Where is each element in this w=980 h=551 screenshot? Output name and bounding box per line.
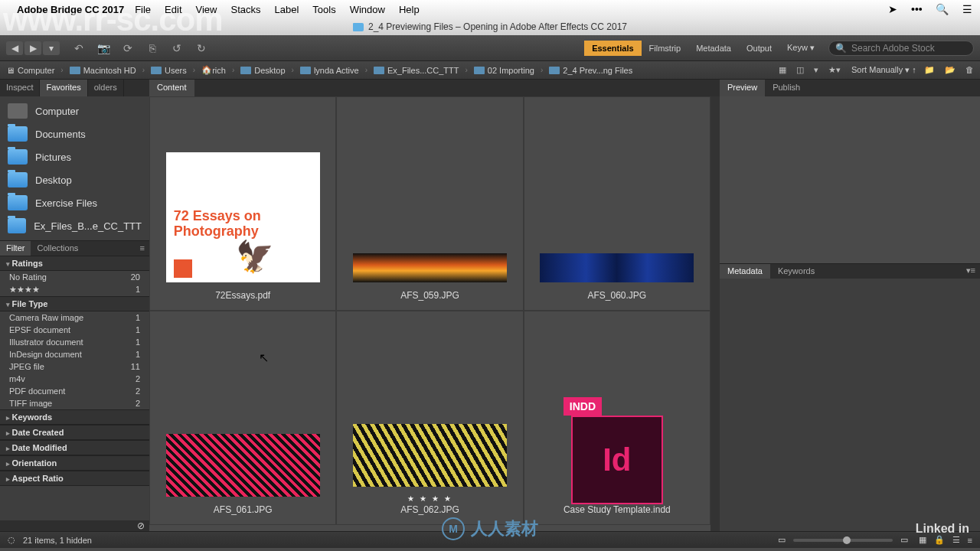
- workspace-essentials[interactable]: Essentials: [584, 41, 641, 56]
- fav-computer[interactable]: Computer: [0, 99, 149, 122]
- fav-exercise[interactable]: Exercise Files: [0, 191, 149, 214]
- view-details-icon[interactable]: ≡: [968, 536, 972, 545]
- filter-keywords[interactable]: Keywords: [0, 409, 149, 425]
- filter-orientation[interactable]: Orientation: [0, 455, 149, 471]
- boomerang-icon[interactable]: ↶: [69, 40, 89, 57]
- crumb-desktop[interactable]: Desktop: [240, 66, 285, 75]
- search-input[interactable]: 🔍 Search Adobe Stock: [828, 41, 974, 56]
- workspace-output[interactable]: Output: [739, 41, 779, 56]
- content-grid[interactable]: 72 Essays on Photography 🦅 72Essays.pdf …: [149, 96, 710, 531]
- workspace-keywords[interactable]: Keyw ▾: [779, 40, 822, 56]
- thumb-icon[interactable]: ◫: [796, 65, 804, 74]
- content-scrollbar[interactable]: [710, 96, 720, 531]
- toolbar: ◀ ▶ ▾ ↶ 📷 ⟳ ⎘ ↺ ↻ Essentials Filmstrip M…: [0, 35, 980, 61]
- filter-tiff[interactable]: TIFF image2: [0, 397, 149, 409]
- forward-button[interactable]: ▶: [24, 41, 41, 55]
- tab-filter[interactable]: Filter: [0, 241, 31, 256]
- filter-indd[interactable]: InDesign document1: [0, 348, 149, 360]
- trash-icon[interactable]: 🗑: [965, 65, 974, 74]
- menu-edit[interactable]: Edit: [165, 4, 181, 15]
- open-recent-icon[interactable]: 📂: [945, 65, 956, 74]
- fav-documents[interactable]: Documents: [0, 122, 149, 145]
- tab-collections[interactable]: Collections: [31, 241, 84, 256]
- crumb-importing[interactable]: 02 Importing: [474, 66, 534, 75]
- zoom-in-icon[interactable]: ▭: [900, 535, 908, 545]
- fav-desktop[interactable]: Desktop: [0, 168, 149, 191]
- view-list-icon[interactable]: ☰: [952, 535, 960, 545]
- list-icon[interactable]: ☰: [962, 3, 972, 15]
- filter-jpeg[interactable]: JPEG file11: [0, 360, 149, 373]
- crumb-previewing[interactable]: 2_4 Prev...ng Files: [549, 66, 632, 75]
- more-icon[interactable]: •••: [911, 3, 923, 15]
- filter-filetype-header[interactable]: File Type: [0, 296, 149, 311]
- sort-dropdown[interactable]: Sort Manually ▾ ↑: [851, 65, 916, 75]
- menu-label[interactable]: Label: [274, 4, 299, 15]
- file-item[interactable]: AFS_061.JPG: [149, 311, 336, 525]
- tab-inspect[interactable]: Inspect: [0, 80, 40, 96]
- new-folder-icon[interactable]: 📁: [924, 65, 935, 74]
- spotlight-icon[interactable]: 🔍: [936, 3, 949, 15]
- tab-content[interactable]: Content: [149, 80, 194, 96]
- tab-favorites[interactable]: Favorites: [40, 80, 87, 96]
- tab-folders[interactable]: olders: [88, 80, 124, 96]
- location-icon[interactable]: ➤: [888, 3, 897, 15]
- fav-exfiles[interactable]: Ex_Files_B...e_CC_TTT: [0, 214, 149, 237]
- rotate-ccw-icon[interactable]: ↺: [167, 40, 187, 57]
- grid-icon[interactable]: ▦: [779, 65, 786, 74]
- star-filter-icon[interactable]: ★▾: [828, 65, 841, 74]
- menu-view[interactable]: View: [196, 4, 217, 15]
- search-icon: 🔍: [835, 43, 847, 54]
- thumbnail-slider[interactable]: [793, 539, 893, 542]
- cancel-icon[interactable]: ⊘: [137, 520, 145, 531]
- crumb-rich[interactable]: 🏠 rich: [201, 65, 226, 75]
- workspace-filmstrip[interactable]: Filmstrip: [642, 41, 689, 56]
- filter-m4v[interactable]: m4v2: [0, 373, 149, 385]
- fav-pictures[interactable]: Pictures: [0, 145, 149, 168]
- tab-preview[interactable]: Preview: [720, 80, 765, 96]
- filter-datemodified[interactable]: Date Modified: [0, 440, 149, 455]
- pathbar: 🖥 Computer› Macintosh HD› Users› 🏠 rich›…: [0, 61, 980, 80]
- filter-no-rating[interactable]: No Rating20: [0, 271, 149, 283]
- folder-icon: [8, 149, 28, 165]
- view-grid-icon[interactable]: ▦: [919, 535, 926, 545]
- rotate-cw-icon[interactable]: ↻: [191, 40, 211, 57]
- folder-icon: [8, 218, 26, 233]
- recent-dropdown[interactable]: ▾: [43, 41, 60, 55]
- workspace-metadata[interactable]: Metadata: [688, 41, 739, 56]
- filter-4star[interactable]: ★★★★1: [0, 283, 149, 296]
- left-panel: Inspect Favorites olders Computer Docume…: [0, 80, 149, 531]
- menu-window[interactable]: Window: [350, 4, 385, 15]
- dropdown-icon[interactable]: ▾: [814, 65, 818, 74]
- filter-ratings-header[interactable]: Ratings: [0, 256, 149, 271]
- filter-aspect[interactable]: Aspect Ratio: [0, 471, 149, 486]
- open-icon[interactable]: ⎘: [142, 40, 162, 57]
- file-item[interactable]: AFS_060.JPG: [524, 96, 710, 311]
- tab-publish[interactable]: Publish: [765, 80, 808, 96]
- filter-raw[interactable]: Camera Raw image1: [0, 311, 149, 324]
- filter-epsf[interactable]: EPSF document1: [0, 324, 149, 336]
- file-item[interactable]: INDD Id Case Study Template.indd: [524, 311, 710, 525]
- menu-stacks[interactable]: Stacks: [230, 4, 260, 15]
- menu-help[interactable]: Help: [399, 4, 420, 15]
- tab-metadata[interactable]: Metadata: [720, 264, 770, 279]
- crumb-users[interactable]: Users: [151, 66, 187, 75]
- crumb-exfiles[interactable]: Ex_Files...CC_TTT: [374, 66, 459, 75]
- filter-ai[interactable]: Illustrator document1: [0, 336, 149, 348]
- back-button[interactable]: ◀: [6, 41, 23, 55]
- crumb-hd[interactable]: Macintosh HD: [70, 66, 136, 75]
- filter-datecreated[interactable]: Date Created: [0, 425, 149, 440]
- camera-icon[interactable]: 📷: [93, 40, 113, 57]
- menu-tools[interactable]: Tools: [312, 4, 335, 15]
- crumb-lynda[interactable]: lynda Active: [300, 66, 359, 75]
- view-lock-icon[interactable]: 🔒: [934, 535, 945, 545]
- filter-pdf[interactable]: PDF document2: [0, 385, 149, 397]
- file-item[interactable]: 72 Essays on Photography 🦅 72Essays.pdf: [149, 96, 336, 311]
- refine-icon[interactable]: ⟳: [118, 40, 138, 57]
- crumb-computer[interactable]: 🖥 Computer: [6, 66, 54, 75]
- file-item[interactable]: ★ ★ ★ ★ AFS_062.JPG: [336, 311, 523, 525]
- menu-file[interactable]: File: [135, 4, 151, 15]
- mac-menubar: Adobe Bridge CC 2017 File Edit View Stac…: [0, 0, 980, 18]
- tab-keywords[interactable]: Keywords: [770, 264, 822, 279]
- file-item[interactable]: AFS_059.JPG: [336, 96, 523, 311]
- zoom-out-icon[interactable]: ▭: [778, 535, 786, 545]
